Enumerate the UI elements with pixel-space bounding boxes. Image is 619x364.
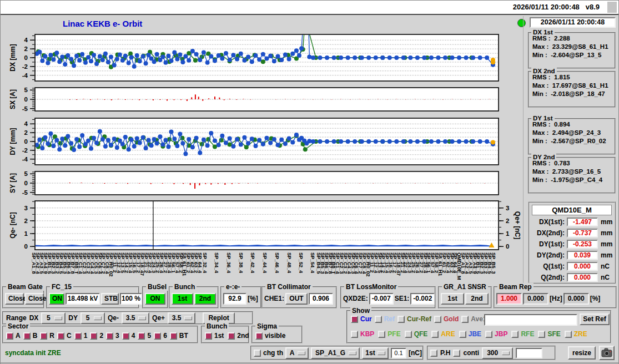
checkbox-indicator[interactable] [459, 331, 466, 338]
che1-out-button[interactable]: OUT [285, 293, 308, 305]
checkbox-indicator[interactable] [485, 331, 492, 338]
busel-on-button[interactable]: ON [145, 293, 165, 305]
checkbox-indicator[interactable] [170, 332, 177, 340]
se1-value: -0.002 [410, 293, 435, 305]
sy-chart: SY [A]50-5 [1, 170, 525, 196]
show-checkbox-sfe[interactable]: SFE [538, 330, 560, 338]
snapshot-button[interactable] [599, 346, 615, 360]
sector-checkbox-2[interactable]: 2 [90, 332, 103, 340]
show-checkbox-ref[interactable]: Ref [375, 315, 395, 323]
fc15-on-button[interactable]: ON [49, 293, 64, 305]
checkbox-indicator[interactable] [405, 331, 412, 338]
checkbox-indicator[interactable] [351, 331, 358, 338]
status-text-input[interactable] [516, 348, 542, 358]
checkbox-indicator[interactable] [511, 331, 519, 338]
min-line: Min : -1.975@SP_C4_4 [532, 176, 615, 183]
checkbox-indicator[interactable] [90, 332, 97, 340]
bunch-checkbox-2nd[interactable]: 2nd [228, 332, 249, 340]
fc15-kv-value: 18.498 kV [66, 293, 100, 305]
checkbox-indicator[interactable] [565, 331, 572, 338]
monitor-row: Q(1st):0.000nC [529, 261, 615, 272]
bunch-select-combo[interactable]: 1st [362, 347, 389, 359]
bt-collimator-group: BT Collimator CHE1: OUT 0.906 [261, 286, 337, 309]
show-checkbox-are[interactable]: ARE [431, 330, 455, 338]
x-axis-label-dense: SP_64_4 [197, 252, 203, 273]
checkbox-indicator[interactable] [6, 332, 13, 340]
checkbox-indicator[interactable] [205, 332, 212, 340]
sector-a-combo[interactable]: A [285, 347, 309, 359]
group-label: Show [350, 307, 371, 315]
range-qep-combo[interactable]: 3.5 [168, 312, 195, 324]
show-checkbox-rfe[interactable]: RFE [511, 330, 534, 338]
sector-checkbox-R[interactable]: R [40, 332, 54, 340]
checkbox-label: 5 [147, 332, 151, 340]
checkbox-label: 3 [115, 332, 119, 340]
range-qem-combo[interactable]: 3.5 [122, 312, 149, 324]
gr-snsr-1st-button[interactable]: 1st [441, 293, 464, 305]
checkbox-indicator[interactable] [397, 316, 405, 323]
ph-checkbox[interactable] [430, 350, 437, 357]
set-ref-button[interactable]: Set Ref [580, 314, 610, 325]
checkbox-indicator[interactable] [434, 316, 441, 323]
show-checkbox-cur-ref[interactable]: Cur-Ref [397, 315, 431, 323]
max-line: Max : 23.329@S8_61_H1 [532, 43, 615, 50]
bunch-checkbox-1st[interactable]: 1st [205, 332, 224, 340]
show-checkbox-kbp[interactable]: KBP [351, 330, 374, 338]
beam-rep-value-3: 0.000 [563, 293, 589, 305]
sector-checkbox-5[interactable]: 5 [138, 332, 151, 340]
checkbox-indicator[interactable] [461, 316, 469, 323]
checkbox-indicator[interactable] [351, 316, 358, 323]
resize-button[interactable]: resize [568, 346, 596, 360]
x-axis-label: SP_46_4 [274, 252, 280, 273]
gr-snsr-2nd-button[interactable]: 2nd [465, 293, 489, 305]
show-checkbox-pfe[interactable]: PFE [378, 330, 400, 338]
ref-name-input[interactable] [484, 314, 577, 326]
checkbox-indicator[interactable] [40, 332, 47, 340]
show-checkbox-qfe[interactable]: QFE [405, 330, 428, 338]
checkbox-indicator[interactable] [538, 331, 545, 338]
checkbox-indicator[interactable] [23, 332, 31, 340]
checkbox-indicator[interactable] [431, 331, 439, 338]
range-dx-combo[interactable]: 5 [41, 312, 66, 324]
interval-combo[interactable]: 300 [482, 347, 513, 359]
checkbox-indicator[interactable] [138, 332, 145, 340]
checkbox-indicator[interactable] [154, 332, 161, 340]
beam-gate-close-button-2[interactable]: Close [25, 293, 44, 305]
sector-checkbox-B[interactable]: B [23, 332, 38, 340]
monitor-row: DX(1st):-1.497mm [529, 216, 615, 228]
sector-checkbox-4[interactable]: 4 [122, 332, 135, 340]
sector-checkbox-C[interactable]: C [57, 332, 72, 340]
show-checkbox-cur[interactable]: Cur [351, 315, 372, 323]
checkbox-indicator[interactable] [375, 316, 382, 323]
sector-checkbox-BT[interactable]: BT [170, 332, 188, 340]
checkbox-indicator[interactable] [255, 332, 263, 340]
sector-checkbox-3[interactable]: 3 [106, 332, 119, 340]
checkbox-indicator[interactable] [378, 331, 385, 338]
bpm-select-combo[interactable]: SP_A1_G [311, 347, 360, 359]
threshold-value[interactable]: 0.1 [391, 348, 406, 358]
range-dy-combo[interactable]: 5 [80, 312, 105, 324]
checkbox-indicator[interactable] [122, 332, 129, 340]
show-checkbox-jbe[interactable]: JBE [459, 330, 481, 338]
bunch-2nd-button[interactable]: 2nd [194, 293, 216, 305]
checkbox-indicator[interactable] [57, 332, 64, 340]
sector-checkbox-1[interactable]: 1 [74, 332, 88, 340]
chg-th-checkbox[interactable] [254, 350, 261, 357]
show-checkbox-zre[interactable]: ZRE [565, 330, 587, 338]
checkbox-indicator[interactable] [228, 332, 235, 340]
sector-checkbox-6[interactable]: 6 [154, 332, 167, 340]
group-label: GR_A1 SNSR [442, 283, 488, 291]
checkbox-label: visible [265, 332, 285, 340]
checkbox-indicator[interactable] [106, 332, 113, 340]
conti-checkbox[interactable] [453, 350, 460, 357]
beam-gate-close-button-1[interactable]: Close [5, 293, 24, 305]
min-line: Min : -2.018@SP_18_47 [532, 90, 615, 97]
sector-checkbox-A[interactable]: A [6, 332, 21, 340]
fc15-stb-button[interactable]: STB [101, 293, 119, 305]
checkbox-indicator[interactable] [74, 332, 82, 340]
bunch-1st-button[interactable]: 1st [172, 293, 193, 305]
monitor-row-label: Q(1st): [530, 262, 565, 270]
show-checkbox-gold[interactable]: Gold [434, 315, 459, 323]
sigma-visible-checkbox[interactable]: visible [255, 332, 285, 340]
show-checkbox-jbp[interactable]: JBP [485, 330, 507, 338]
